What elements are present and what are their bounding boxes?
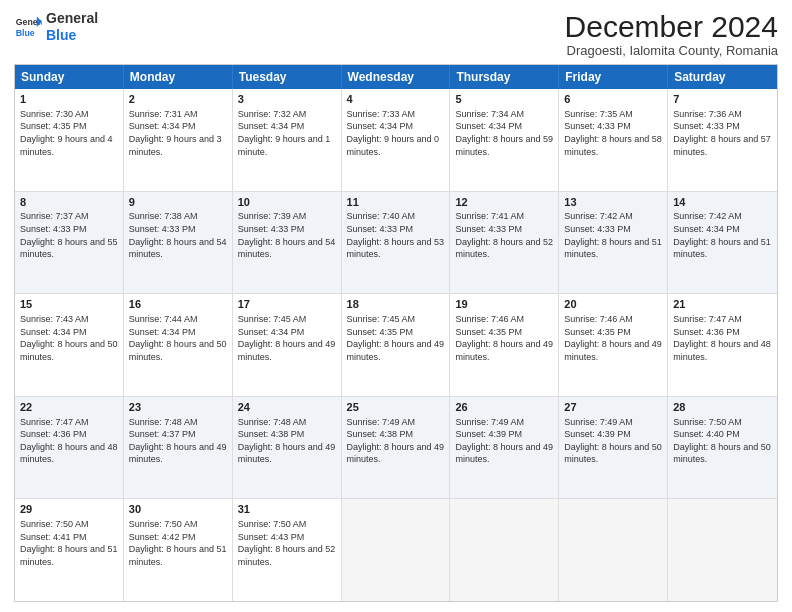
cell-info: Sunrise: 7:49 AMSunset: 4:38 PMDaylight:… [347,416,445,466]
weekday-header: Tuesday [233,65,342,89]
weekday-header: Wednesday [342,65,451,89]
logo-blue: Blue [46,27,76,43]
cell-info: Sunrise: 7:49 AMSunset: 4:39 PMDaylight:… [564,416,662,466]
day-number: 14 [673,195,772,210]
day-number: 10 [238,195,336,210]
day-number: 7 [673,92,772,107]
calendar-body: 1Sunrise: 7:30 AMSunset: 4:35 PMDaylight… [15,89,777,601]
weekday-header: Saturday [668,65,777,89]
calendar-row: 1Sunrise: 7:30 AMSunset: 4:35 PMDaylight… [15,89,777,191]
day-number: 16 [129,297,227,312]
calendar-cell: 16Sunrise: 7:44 AMSunset: 4:34 PMDayligh… [124,294,233,396]
cell-info: Sunrise: 7:49 AMSunset: 4:39 PMDaylight:… [455,416,553,466]
day-number: 1 [20,92,118,107]
day-number: 26 [455,400,553,415]
cell-info: Sunrise: 7:48 AMSunset: 4:38 PMDaylight:… [238,416,336,466]
weekday-header: Thursday [450,65,559,89]
calendar-cell: 4Sunrise: 7:33 AMSunset: 4:34 PMDaylight… [342,89,451,191]
calendar-cell: 6Sunrise: 7:35 AMSunset: 4:33 PMDaylight… [559,89,668,191]
day-number: 21 [673,297,772,312]
header: General Blue General Blue December 2024 … [14,10,778,58]
cell-info: Sunrise: 7:37 AMSunset: 4:33 PMDaylight:… [20,210,118,260]
calendar-cell: 21Sunrise: 7:47 AMSunset: 4:36 PMDayligh… [668,294,777,396]
calendar-cell [668,499,777,601]
calendar-cell: 5Sunrise: 7:34 AMSunset: 4:34 PMDaylight… [450,89,559,191]
cell-info: Sunrise: 7:50 AMSunset: 4:42 PMDaylight:… [129,518,227,568]
svg-text:Blue: Blue [16,28,35,38]
cell-info: Sunrise: 7:48 AMSunset: 4:37 PMDaylight:… [129,416,227,466]
weekday-header: Friday [559,65,668,89]
calendar-cell: 12Sunrise: 7:41 AMSunset: 4:33 PMDayligh… [450,192,559,294]
cell-info: Sunrise: 7:43 AMSunset: 4:34 PMDaylight:… [20,313,118,363]
cell-info: Sunrise: 7:34 AMSunset: 4:34 PMDaylight:… [455,108,553,158]
calendar-row: 8Sunrise: 7:37 AMSunset: 4:33 PMDaylight… [15,191,777,294]
day-number: 3 [238,92,336,107]
day-number: 11 [347,195,445,210]
day-number: 8 [20,195,118,210]
calendar-header: SundayMondayTuesdayWednesdayThursdayFrid… [15,65,777,89]
cell-info: Sunrise: 7:30 AMSunset: 4:35 PMDaylight:… [20,108,118,158]
calendar-cell: 15Sunrise: 7:43 AMSunset: 4:34 PMDayligh… [15,294,124,396]
day-number: 6 [564,92,662,107]
calendar-cell [450,499,559,601]
calendar-cell: 18Sunrise: 7:45 AMSunset: 4:35 PMDayligh… [342,294,451,396]
calendar-cell: 9Sunrise: 7:38 AMSunset: 4:33 PMDaylight… [124,192,233,294]
day-number: 19 [455,297,553,312]
weekday-header: Monday [124,65,233,89]
day-number: 2 [129,92,227,107]
calendar-cell: 8Sunrise: 7:37 AMSunset: 4:33 PMDaylight… [15,192,124,294]
location: Dragoesti, Ialomita County, Romania [565,43,778,58]
day-number: 23 [129,400,227,415]
cell-info: Sunrise: 7:46 AMSunset: 4:35 PMDaylight:… [455,313,553,363]
calendar-row: 15Sunrise: 7:43 AMSunset: 4:34 PMDayligh… [15,293,777,396]
logo-icon: General Blue [14,13,42,41]
cell-info: Sunrise: 7:39 AMSunset: 4:33 PMDaylight:… [238,210,336,260]
calendar-cell [559,499,668,601]
month-title: December 2024 [565,10,778,43]
day-number: 9 [129,195,227,210]
calendar-cell: 19Sunrise: 7:46 AMSunset: 4:35 PMDayligh… [450,294,559,396]
calendar-cell: 3Sunrise: 7:32 AMSunset: 4:34 PMDaylight… [233,89,342,191]
calendar-cell: 26Sunrise: 7:49 AMSunset: 4:39 PMDayligh… [450,397,559,499]
calendar-cell: 29Sunrise: 7:50 AMSunset: 4:41 PMDayligh… [15,499,124,601]
day-number: 12 [455,195,553,210]
calendar-cell: 2Sunrise: 7:31 AMSunset: 4:34 PMDaylight… [124,89,233,191]
cell-info: Sunrise: 7:47 AMSunset: 4:36 PMDaylight:… [673,313,772,363]
calendar-cell: 23Sunrise: 7:48 AMSunset: 4:37 PMDayligh… [124,397,233,499]
cell-info: Sunrise: 7:47 AMSunset: 4:36 PMDaylight:… [20,416,118,466]
calendar-cell: 25Sunrise: 7:49 AMSunset: 4:38 PMDayligh… [342,397,451,499]
day-number: 15 [20,297,118,312]
cell-info: Sunrise: 7:35 AMSunset: 4:33 PMDaylight:… [564,108,662,158]
day-number: 4 [347,92,445,107]
cell-info: Sunrise: 7:45 AMSunset: 4:35 PMDaylight:… [347,313,445,363]
day-number: 5 [455,92,553,107]
calendar-cell: 27Sunrise: 7:49 AMSunset: 4:39 PMDayligh… [559,397,668,499]
cell-info: Sunrise: 7:31 AMSunset: 4:34 PMDaylight:… [129,108,227,158]
calendar-cell [342,499,451,601]
calendar-cell: 17Sunrise: 7:45 AMSunset: 4:34 PMDayligh… [233,294,342,396]
day-number: 22 [20,400,118,415]
cell-info: Sunrise: 7:46 AMSunset: 4:35 PMDaylight:… [564,313,662,363]
day-number: 18 [347,297,445,312]
weekday-header: Sunday [15,65,124,89]
page: General Blue General Blue December 2024 … [0,0,792,612]
cell-info: Sunrise: 7:45 AMSunset: 4:34 PMDaylight:… [238,313,336,363]
calendar-cell: 11Sunrise: 7:40 AMSunset: 4:33 PMDayligh… [342,192,451,294]
cell-info: Sunrise: 7:38 AMSunset: 4:33 PMDaylight:… [129,210,227,260]
cell-info: Sunrise: 7:50 AMSunset: 4:41 PMDaylight:… [20,518,118,568]
cell-info: Sunrise: 7:42 AMSunset: 4:33 PMDaylight:… [564,210,662,260]
cell-info: Sunrise: 7:36 AMSunset: 4:33 PMDaylight:… [673,108,772,158]
cell-info: Sunrise: 7:32 AMSunset: 4:34 PMDaylight:… [238,108,336,158]
day-number: 25 [347,400,445,415]
calendar-cell: 31Sunrise: 7:50 AMSunset: 4:43 PMDayligh… [233,499,342,601]
day-number: 27 [564,400,662,415]
calendar-cell: 22Sunrise: 7:47 AMSunset: 4:36 PMDayligh… [15,397,124,499]
cell-info: Sunrise: 7:40 AMSunset: 4:33 PMDaylight:… [347,210,445,260]
calendar-cell: 28Sunrise: 7:50 AMSunset: 4:40 PMDayligh… [668,397,777,499]
calendar-cell: 10Sunrise: 7:39 AMSunset: 4:33 PMDayligh… [233,192,342,294]
logo-general: General [46,10,98,26]
cell-info: Sunrise: 7:44 AMSunset: 4:34 PMDaylight:… [129,313,227,363]
logo: General Blue General Blue [14,10,98,44]
calendar-cell: 30Sunrise: 7:50 AMSunset: 4:42 PMDayligh… [124,499,233,601]
calendar-row: 29Sunrise: 7:50 AMSunset: 4:41 PMDayligh… [15,498,777,601]
